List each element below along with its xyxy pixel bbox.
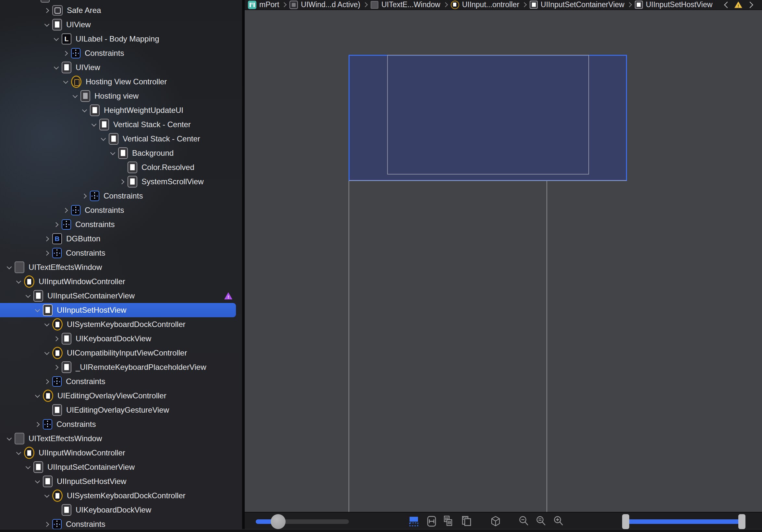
chevron-down-icon[interactable]: [82, 107, 88, 113]
chevron-right-icon[interactable]: [35, 421, 40, 428]
tree-row--uiremotekeyboardplaceholderview[interactable]: _UIRemoteKeyboardPlaceholderView: [0, 360, 242, 374]
chevron-down-icon[interactable]: [53, 36, 59, 42]
tree-row-uisystemkeyboarddockcontroller[interactable]: UISystemKeyboardDockController: [0, 317, 242, 332]
tree-row-constraints[interactable]: Constraints: [0, 203, 242, 217]
tree-row-constraints[interactable]: Constraints: [0, 46, 242, 60]
chevron-right-icon[interactable]: [44, 7, 50, 14]
range-slider-bar[interactable]: [629, 519, 738, 524]
chevron-right-icon[interactable]: [44, 235, 50, 242]
orient-3d-cube-icon[interactable]: [489, 515, 502, 528]
chevron-right-icon[interactable]: [53, 221, 59, 228]
chevron-down-icon[interactable]: [44, 321, 50, 328]
tree-row-uikeyboarddockview[interactable]: UIKeyboardDockView: [0, 503, 242, 517]
chevron-down-icon[interactable]: [72, 93, 78, 99]
chevron-down-icon[interactable]: [44, 350, 50, 356]
split-divider[interactable]: [242, 0, 245, 532]
chevron-right-icon[interactable]: [44, 521, 50, 527]
jump-bar-item-uiinput-ontroller[interactable]: UIInput...ontroller: [451, 0, 519, 9]
view-icon: [62, 333, 71, 345]
chevron-down-icon[interactable]: [25, 293, 31, 299]
chevron-right-icon[interactable]: [53, 335, 59, 342]
chevron-right-icon[interactable]: [53, 364, 59, 370]
keyboard-subview-outline[interactable]: [387, 55, 589, 174]
tree-row-background[interactable]: Background: [0, 146, 242, 160]
tree-row-label: UIKeyboardDockView: [76, 334, 151, 343]
jump-bar-item-uitexte-window[interactable]: UITextE...Window: [371, 0, 440, 9]
tree-row-uikeyboarddockview[interactable]: UIKeyboardDockView: [0, 332, 242, 346]
chevron-down-icon[interactable]: [91, 121, 97, 128]
tree-row-vertical-stack-center[interactable]: Vertical Stack - Center: [0, 132, 242, 146]
zoom-out-icon[interactable]: [518, 515, 531, 528]
tree-row-uicompatibilityinputviewcontroller[interactable]: UICompatibilityInputViewController: [0, 346, 242, 360]
tree-row-dgbutton[interactable]: BDGButton: [0, 232, 242, 246]
tree-row-uiinputsetcontainerview[interactable]: UIInputSetContainerView: [0, 460, 242, 474]
chevron-down-icon[interactable]: [35, 392, 40, 399]
chevron-down-icon[interactable]: [44, 493, 50, 499]
show-constraints-icon[interactable]: [460, 515, 473, 528]
tree-row-uiinputwindowcontroller[interactable]: UIInputWindowController: [0, 274, 242, 289]
tree-row-hosting-view[interactable]: Hosting view: [0, 89, 242, 103]
tree-row-uiview[interactable]: UIView: [0, 18, 242, 32]
tree-row-constraints[interactable]: Constraints: [0, 217, 242, 232]
chevron-down-icon[interactable]: [35, 478, 40, 485]
chevron-down-icon[interactable]: [44, 22, 50, 28]
view-mode-contents-icon[interactable]: [407, 515, 420, 528]
tree-row-vertical-stack-center[interactable]: Vertical Stack - Center: [0, 117, 242, 132]
chevron-down-icon[interactable]: [7, 435, 12, 442]
chevron-right-icon[interactable]: [44, 250, 50, 256]
navigate-back-chevron[interactable]: [723, 1, 729, 9]
tree-row-uiinputsethostview[interactable]: UIInputSetHostView: [0, 303, 236, 317]
tree-row-safe-area[interactable]: Safe Area: [0, 3, 242, 18]
tree-row-uiinputsethostview[interactable]: UIInputSetHostView: [0, 474, 242, 489]
range-slider-right-handle[interactable]: [738, 514, 745, 529]
range-slider-left-handle[interactable]: [622, 514, 629, 529]
zoom-in-icon[interactable]: [552, 515, 565, 528]
show-view-frames-icon[interactable]: [441, 515, 454, 528]
navigate-forward-chevron[interactable]: [747, 1, 754, 9]
tree-row-uilabel-body-mapping[interactable]: LUILabel - Body Mapping: [0, 32, 242, 46]
view-debugger-canvas[interactable]: [245, 10, 762, 512]
tree-row-uiview[interactable]: UIView: [0, 60, 242, 75]
jump-bar-item-uiinputsetcontainerview[interactable]: UIInputSetContainerView: [530, 0, 624, 9]
tree-row-systemscrollview[interactable]: SystemScrollView: [0, 174, 242, 189]
tree-row-heightweightupdateui[interactable]: HeightWeightUpdateUI: [0, 103, 242, 117]
tree-row-uieditingoverlayviewcontroller[interactable]: UIEditingOverlayViewController: [0, 389, 242, 403]
window-wireframe-left-edge: [348, 181, 349, 512]
chevron-down-icon[interactable]: [16, 450, 22, 456]
chevron-down-icon[interactable]: [110, 150, 116, 156]
runtime-issue-warning-icon[interactable]: !: [224, 292, 232, 299]
tree-row-uitexteffectswindow[interactable]: UITextEffectsWindow: [0, 432, 242, 446]
show-clipped-content-icon[interactable]: [425, 515, 438, 528]
chevron-down-icon[interactable]: [35, 307, 40, 313]
jump-bar-item-mport[interactable]: mPort: [248, 0, 279, 9]
zoom-actual-size-icon[interactable]: [535, 515, 548, 528]
chevron-right-icon[interactable]: [63, 50, 69, 56]
tree-row-uiinputwindowcontroller[interactable]: UIInputWindowController: [0, 446, 242, 460]
tree-row-constraints[interactable]: Constraints: [0, 417, 242, 432]
issue-warning-icon[interactable]: !: [734, 2, 742, 8]
tree-row-constraints[interactable]: Constraints: [0, 189, 242, 203]
tree-row-color-resolved[interactable]: Color.Resolved: [0, 160, 242, 174]
chevron-right-icon[interactable]: [82, 193, 88, 199]
selected-view-highlight[interactable]: [348, 55, 627, 181]
chevron-down-icon[interactable]: [7, 264, 12, 271]
tree-row-uieditingoverlaygestureview[interactable]: UIEditingOverlayGestureView: [0, 403, 242, 417]
jump-bar-item-uiinputsethostview[interactable]: UIInputSetHostView: [635, 0, 712, 9]
chevron-right-icon[interactable]: [44, 378, 50, 385]
jump-bar-item-uiwind-d-active-[interactable]: UIWind...d Active): [289, 0, 360, 9]
tree-row-constraints[interactable]: Constraints: [0, 374, 242, 389]
chevron-right-icon[interactable]: [63, 207, 69, 214]
chevron-down-icon[interactable]: [63, 79, 69, 85]
chevron-down-icon[interactable]: [25, 464, 31, 470]
tree-row-hosting-view-controller[interactable]: Hosting View Controller: [0, 75, 242, 89]
chevron-down-icon[interactable]: [53, 64, 59, 71]
detail-slider-thumb[interactable]: [271, 514, 286, 529]
tree-row-constraints[interactable]: Constraints: [0, 246, 242, 260]
detail-slider[interactable]: [256, 519, 349, 524]
chevron-right-icon[interactable]: [119, 178, 125, 185]
tree-row-uitexteffectswindow[interactable]: UITextEffectsWindow: [0, 260, 242, 274]
chevron-down-icon[interactable]: [16, 278, 22, 285]
chevron-down-icon[interactable]: [101, 136, 107, 142]
tree-row-uiinputsetcontainerview[interactable]: UIInputSetContainerView!: [0, 289, 242, 303]
tree-row-uisystemkeyboarddockcontroller[interactable]: UISystemKeyboardDockController: [0, 489, 242, 503]
